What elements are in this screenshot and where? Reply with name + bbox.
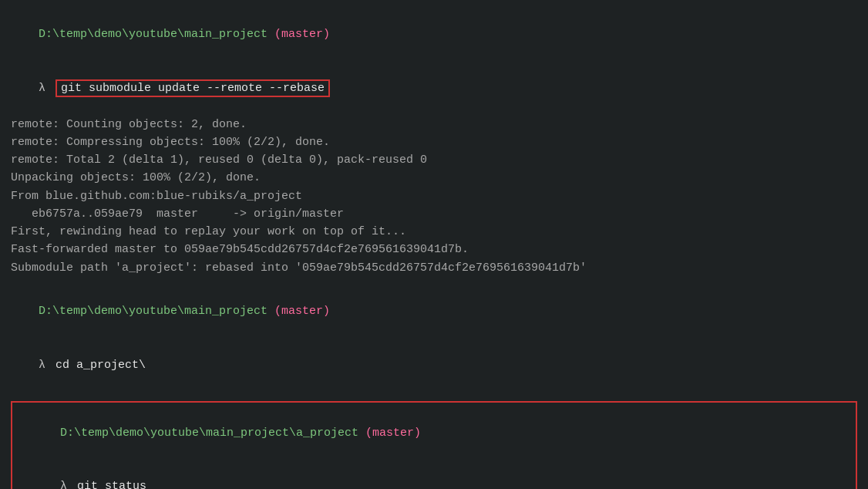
prompt-line-2: D:\temp\demo\youtube\main_project (maste…	[11, 285, 857, 339]
output-1-6: First, rewinding head to replay your wor…	[11, 223, 857, 241]
command-3: git status	[77, 480, 146, 489]
path-1: D:\temp\demo\youtube\main_project	[39, 28, 267, 41]
section-box-3: D:\temp\demo\youtube\main_project\a_proj…	[11, 401, 857, 489]
output-1-4: From blue.github.com:blue-rubiks/a_proje…	[11, 187, 857, 205]
prompt-line-3: D:\temp\demo\youtube\main_project\a_proj…	[19, 406, 849, 460]
prompt-line-1: D:\temp\demo\youtube\main_project (maste…	[11, 8, 857, 62]
branch-2: (master)	[274, 305, 330, 318]
command-line-2: λ cd a_project\	[11, 339, 857, 393]
command-line-3: λ git status	[19, 460, 849, 489]
path-2: D:\temp\demo\youtube\main_project	[39, 305, 267, 318]
lambda-3: λ	[60, 480, 74, 489]
space-3	[358, 427, 365, 440]
output-1-3: Unpacking objects: 100% (2/2), done.	[11, 169, 857, 187]
output-1-5: eb6757a..059ae79 master -> origin/master	[11, 205, 857, 223]
output-1-8: Submodule path 'a_project': rebased into…	[11, 259, 857, 277]
command-line-1: λ git submodule update --remote --rebase	[11, 62, 857, 116]
space-1	[267, 28, 274, 41]
branch-1: (master)	[274, 28, 330, 41]
path-3: D:\temp\demo\youtube\main_project\a_proj…	[60, 427, 358, 440]
lambda-2: λ	[39, 359, 52, 372]
branch-3: (master)	[365, 427, 421, 440]
output-1-7: Fast-forwarded master to 059ae79b545cdd2…	[11, 241, 857, 258]
output-1-2: remote: Total 2 (delta 1), reused 0 (del…	[11, 151, 857, 169]
command-box-1: git submodule update --remote --rebase	[56, 79, 330, 97]
command-2: cd a_project\	[56, 359, 146, 372]
output-1-0: remote: Counting objects: 2, done.	[11, 116, 857, 133]
output-1-1: remote: Compressing objects: 100% (2/2),…	[11, 133, 857, 151]
space-2	[267, 305, 274, 318]
lambda-1: λ	[39, 82, 52, 95]
terminal-window: D:\temp\demo\youtube\main_project (maste…	[11, 8, 857, 481]
